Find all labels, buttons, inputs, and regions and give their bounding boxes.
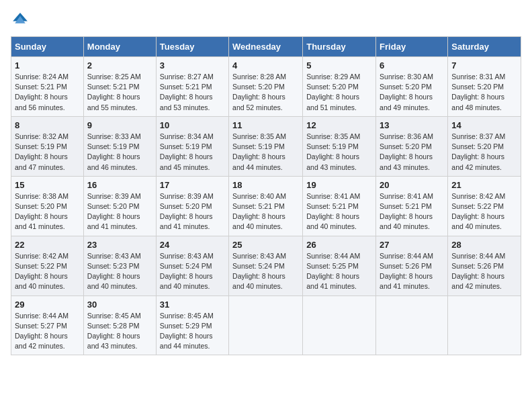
header-wednesday: Wednesday [229, 37, 303, 57]
day-info: Sunrise: 8:35 AMSunset: 5:19 PMDaylight:… [232, 132, 299, 173]
calendar-cell: 15Sunrise: 8:38 AMSunset: 5:20 PMDayligh… [11, 176, 84, 236]
calendar-cell: 31Sunrise: 8:45 AMSunset: 5:29 PMDayligh… [156, 295, 228, 355]
day-info: Sunrise: 8:38 AMSunset: 5:20 PMDaylight:… [15, 191, 80, 232]
calendar-cell: 4Sunrise: 8:28 AMSunset: 5:20 PMDaylight… [229, 57, 303, 117]
day-info: Sunrise: 8:28 AMSunset: 5:20 PMDaylight:… [232, 72, 299, 113]
day-number: 14 [451, 120, 517, 130]
day-info: Sunrise: 8:44 AMSunset: 5:26 PMDaylight:… [380, 251, 444, 292]
header-saturday: Saturday [448, 37, 521, 57]
calendar-cell: 22Sunrise: 8:42 AMSunset: 5:22 PMDayligh… [11, 236, 84, 295]
calendar-cell [229, 295, 303, 355]
day-info: Sunrise: 8:42 AMSunset: 5:22 PMDaylight:… [15, 251, 80, 292]
calendar-cell: 12Sunrise: 8:35 AMSunset: 5:19 PMDayligh… [303, 116, 376, 176]
calendar-cell: 27Sunrise: 8:44 AMSunset: 5:26 PMDayligh… [376, 236, 448, 295]
page-header [11, 11, 521, 30]
day-number: 18 [232, 180, 299, 190]
day-info: Sunrise: 8:33 AMSunset: 5:19 PMDaylight:… [87, 132, 152, 173]
header-friday: Friday [376, 37, 448, 57]
day-info: Sunrise: 8:45 AMSunset: 5:28 PMDaylight:… [87, 311, 152, 352]
calendar-header-row: SundayMondayTuesdayWednesdayThursdayFrid… [11, 37, 521, 57]
day-number: 11 [232, 120, 299, 130]
day-number: 31 [160, 300, 225, 310]
calendar-cell: 6Sunrise: 8:30 AMSunset: 5:20 PMDaylight… [376, 57, 448, 117]
calendar-cell: 7Sunrise: 8:31 AMSunset: 5:20 PMDaylight… [448, 57, 521, 117]
calendar-cell: 29Sunrise: 8:44 AMSunset: 5:27 PMDayligh… [11, 295, 84, 355]
day-number: 28 [451, 240, 517, 250]
day-info: Sunrise: 8:44 AMSunset: 5:25 PMDaylight:… [306, 251, 372, 292]
calendar-cell: 17Sunrise: 8:39 AMSunset: 5:20 PMDayligh… [156, 176, 228, 236]
day-info: Sunrise: 8:43 AMSunset: 5:24 PMDaylight:… [232, 251, 299, 292]
calendar-week-row: 15Sunrise: 8:38 AMSunset: 5:20 PMDayligh… [11, 176, 521, 236]
calendar-cell: 30Sunrise: 8:45 AMSunset: 5:28 PMDayligh… [83, 295, 156, 355]
day-number: 5 [306, 60, 372, 71]
calendar-cell: 2Sunrise: 8:25 AMSunset: 5:21 PMDaylight… [83, 57, 156, 117]
calendar-cell: 28Sunrise: 8:44 AMSunset: 5:26 PMDayligh… [448, 236, 521, 295]
day-info: Sunrise: 8:36 AMSunset: 5:20 PMDaylight:… [380, 132, 444, 173]
day-info: Sunrise: 8:44 AMSunset: 5:27 PMDaylight:… [15, 311, 80, 352]
day-number: 23 [87, 240, 152, 250]
day-info: Sunrise: 8:44 AMSunset: 5:26 PMDaylight:… [451, 251, 517, 292]
calendar-cell: 14Sunrise: 8:37 AMSunset: 5:20 PMDayligh… [448, 116, 521, 176]
day-info: Sunrise: 8:27 AMSunset: 5:21 PMDaylight:… [160, 72, 225, 113]
calendar-cell: 8Sunrise: 8:32 AMSunset: 5:19 PMDaylight… [11, 116, 84, 176]
calendar-week-row: 8Sunrise: 8:32 AMSunset: 5:19 PMDaylight… [11, 116, 521, 176]
calendar-week-row: 22Sunrise: 8:42 AMSunset: 5:22 PMDayligh… [11, 236, 521, 295]
day-number: 12 [306, 120, 372, 130]
day-info: Sunrise: 8:40 AMSunset: 5:21 PMDaylight:… [232, 191, 299, 232]
day-number: 26 [306, 240, 372, 250]
header-thursday: Thursday [303, 37, 376, 57]
day-number: 30 [87, 300, 152, 310]
calendar-week-row: 1Sunrise: 8:24 AMSunset: 5:21 PMDaylight… [11, 57, 521, 117]
day-number: 22 [15, 240, 80, 250]
day-info: Sunrise: 8:34 AMSunset: 5:19 PMDaylight:… [160, 132, 225, 173]
calendar-cell: 11Sunrise: 8:35 AMSunset: 5:19 PMDayligh… [229, 116, 303, 176]
day-number: 6 [380, 60, 444, 71]
day-info: Sunrise: 8:35 AMSunset: 5:19 PMDaylight:… [306, 132, 372, 173]
day-info: Sunrise: 8:43 AMSunset: 5:24 PMDaylight:… [160, 251, 225, 292]
day-number: 3 [160, 60, 225, 71]
day-number: 7 [451, 60, 517, 71]
day-info: Sunrise: 8:32 AMSunset: 5:19 PMDaylight:… [15, 132, 80, 173]
day-info: Sunrise: 8:39 AMSunset: 5:20 PMDaylight:… [87, 191, 152, 232]
calendar-cell [448, 295, 521, 355]
calendar-cell: 9Sunrise: 8:33 AMSunset: 5:19 PMDaylight… [83, 116, 156, 176]
day-number: 4 [232, 60, 299, 71]
calendar-cell: 19Sunrise: 8:41 AMSunset: 5:21 PMDayligh… [303, 176, 376, 236]
day-number: 2 [87, 60, 152, 71]
day-info: Sunrise: 8:37 AMSunset: 5:20 PMDaylight:… [451, 132, 517, 173]
calendar-cell: 3Sunrise: 8:27 AMSunset: 5:21 PMDaylight… [156, 57, 228, 117]
logo [11, 11, 32, 30]
calendar-cell: 18Sunrise: 8:40 AMSunset: 5:21 PMDayligh… [229, 176, 303, 236]
day-info: Sunrise: 8:31 AMSunset: 5:20 PMDaylight:… [451, 72, 517, 113]
day-number: 27 [380, 240, 444, 250]
calendar-cell: 26Sunrise: 8:44 AMSunset: 5:25 PMDayligh… [303, 236, 376, 295]
day-info: Sunrise: 8:45 AMSunset: 5:29 PMDaylight:… [160, 311, 225, 352]
calendar-cell: 20Sunrise: 8:41 AMSunset: 5:21 PMDayligh… [376, 176, 448, 236]
day-number: 1 [15, 60, 80, 71]
day-info: Sunrise: 8:39 AMSunset: 5:20 PMDaylight:… [160, 191, 225, 232]
day-info: Sunrise: 8:30 AMSunset: 5:20 PMDaylight:… [380, 72, 444, 113]
calendar-cell [303, 295, 376, 355]
day-number: 9 [87, 120, 152, 130]
header-sunday: Sunday [11, 37, 84, 57]
day-info: Sunrise: 8:43 AMSunset: 5:23 PMDaylight:… [87, 251, 152, 292]
day-info: Sunrise: 8:41 AMSunset: 5:21 PMDaylight:… [306, 191, 372, 232]
day-number: 24 [160, 240, 225, 250]
header-monday: Monday [83, 37, 156, 57]
calendar-cell: 21Sunrise: 8:42 AMSunset: 5:22 PMDayligh… [448, 176, 521, 236]
header-tuesday: Tuesday [156, 37, 228, 57]
day-info: Sunrise: 8:24 AMSunset: 5:21 PMDaylight:… [15, 72, 80, 113]
day-number: 10 [160, 120, 225, 130]
day-number: 19 [306, 180, 372, 190]
day-number: 20 [380, 180, 444, 190]
day-number: 17 [160, 180, 225, 190]
day-number: 15 [15, 180, 80, 190]
day-info: Sunrise: 8:25 AMSunset: 5:21 PMDaylight:… [87, 72, 152, 113]
day-number: 16 [87, 180, 152, 190]
calendar-cell: 25Sunrise: 8:43 AMSunset: 5:24 PMDayligh… [229, 236, 303, 295]
calendar-cell: 23Sunrise: 8:43 AMSunset: 5:23 PMDayligh… [83, 236, 156, 295]
day-number: 29 [15, 300, 80, 310]
calendar-table: SundayMondayTuesdayWednesdayThursdayFrid… [11, 36, 521, 355]
day-number: 13 [380, 120, 444, 130]
calendar-cell [376, 295, 448, 355]
